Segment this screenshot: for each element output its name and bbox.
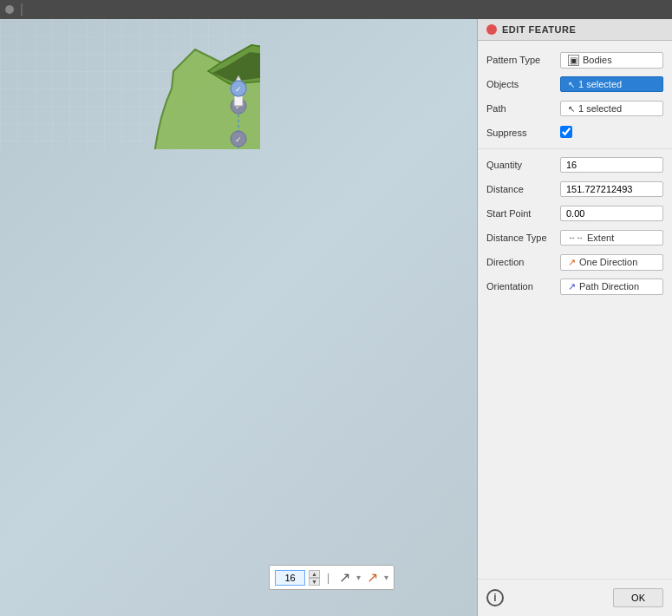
suppress-checkbox[interactable]: [560, 126, 572, 138]
path-value[interactable]: ↖ 1 selected: [560, 101, 663, 116]
pattern-type-value[interactable]: ▣ Bodies: [560, 52, 663, 69]
info-button[interactable]: i: [486, 589, 504, 606]
panel-title: EDIT FEATURE: [502, 24, 576, 35]
orientation-label: Orientation: [486, 281, 560, 292]
direction-value[interactable]: ↗ One Direction: [560, 254, 663, 271]
quantity-row: Quantity: [478, 153, 672, 177]
suppress-label: Suppress: [486, 128, 560, 138]
objects-row: Objects ↖ 1 selected: [478, 72, 672, 96]
grid: ✓ ✓ ✓ ✓ ✓ ✓ ✦ ✓ ✓: [0, 19, 260, 149]
pattern-type-icon: ▣: [568, 55, 579, 66]
direction-icon: ↗: [568, 257, 576, 268]
objects-cursor-icon: ↖: [568, 80, 575, 89]
spinner-down[interactable]: ▼: [309, 578, 320, 586]
start-point-field-container[interactable]: [560, 206, 663, 221]
distance-type-value[interactable]: ↔↔ Extent: [560, 230, 663, 246]
quantity-label: Quantity: [486, 160, 560, 170]
panel-header-icon: [486, 24, 497, 35]
start-point-row: Start Point: [478, 201, 672, 226]
title-divider: [21, 3, 23, 16]
distance-field-container[interactable]: [560, 181, 663, 197]
direction-row: Direction ↗ One Direction: [478, 250, 672, 274]
quantity-input[interactable]: [275, 570, 305, 586]
quantity-field[interactable]: [560, 157, 663, 173]
quantity-spinner[interactable]: ▲ ▼: [309, 570, 320, 586]
path-cursor-icon: ↖: [568, 104, 575, 114]
edit-feature-panel: EDIT FEATURE Pattern Type ▣ Bodies Objec…: [477, 19, 672, 616]
orientation-row: Orientation ↗ Path Direction: [478, 274, 672, 298]
orientation-value[interactable]: ↗ Path Direction: [560, 279, 663, 295]
ok-button[interactable]: OK: [613, 588, 663, 607]
panel-body: Pattern Type ▣ Bodies Objects ↖ 1 select…: [478, 41, 672, 305]
spinner-up[interactable]: ▲: [309, 570, 320, 578]
distance-field[interactable]: [560, 181, 663, 197]
start-point-label: Start Point: [486, 208, 560, 219]
path-label: Path: [486, 103, 560, 114]
path-row: Path ↖ 1 selected: [478, 96, 672, 121]
distance-label: Distance: [486, 184, 560, 194]
direction-label: Direction: [486, 257, 560, 267]
title-bar: [0, 0, 672, 19]
distance-type-row: Distance Type ↔↔ Extent: [478, 226, 672, 250]
pattern-type-row: Pattern Type ▣ Bodies: [478, 48, 672, 72]
toolbar-orient-icon[interactable]: ↗: [336, 568, 353, 587]
pattern-type-button[interactable]: ▣ Bodies: [560, 52, 663, 69]
start-point-field[interactable]: [560, 206, 663, 221]
svg-text:✓: ✓: [235, 135, 242, 144]
bottom-toolbar: ▲ ▼ | ↗ ▾ ↗ ▾: [269, 565, 395, 590]
direction-button[interactable]: ↗ One Direction: [560, 254, 663, 271]
divider-1: [478, 148, 672, 149]
distance-row: Distance: [478, 177, 672, 201]
toolbar-dir-icon[interactable]: ↗: [364, 568, 381, 587]
objects-label: Objects: [486, 79, 560, 89]
quantity-field-container[interactable]: [560, 157, 663, 173]
panel-footer: i OK: [478, 579, 672, 616]
pattern-type-label: Pattern Type: [486, 55, 560, 65]
orientation-icon: ↗: [568, 281, 576, 292]
extent-icon: ↔↔: [568, 233, 584, 242]
distance-type-label: Distance Type: [486, 233, 560, 243]
objects-value[interactable]: ↖ 1 selected: [560, 76, 663, 92]
minimize-icon[interactable]: [5, 5, 14, 14]
path-button[interactable]: ↖ 1 selected: [560, 101, 663, 116]
objects-button[interactable]: ↖ 1 selected: [560, 76, 663, 92]
panel-header: EDIT FEATURE: [478, 19, 672, 41]
distance-type-button[interactable]: ↔↔ Extent: [560, 230, 663, 246]
suppress-value[interactable]: [560, 126, 663, 141]
orientation-button[interactable]: ↗ Path Direction: [560, 279, 663, 295]
canvas-area[interactable]: ✓ ✓ ✓ ✓ ✓ ✓ ✦ ✓ ✓: [0, 19, 477, 616]
svg-text:✓: ✓: [235, 85, 242, 94]
suppress-row: Suppress: [478, 121, 672, 145]
